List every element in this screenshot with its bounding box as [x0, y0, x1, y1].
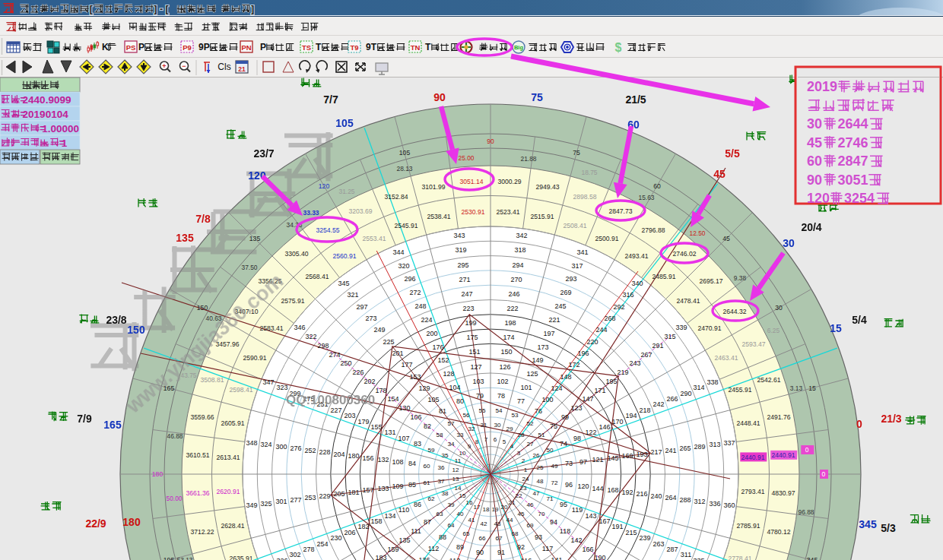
- svg-text:295: 295: [457, 261, 468, 269]
- svg-text:100: 100: [541, 396, 553, 403]
- svg-text:5: 5: [503, 438, 506, 445]
- svg-text:7/8: 7/8: [195, 213, 211, 225]
- svg-text:146: 146: [599, 423, 610, 431]
- svg-text:293: 293: [565, 275, 576, 283]
- svg-text:219: 219: [617, 369, 628, 376]
- svg-text:21/5: 21/5: [625, 93, 646, 106]
- svg-text:126: 126: [499, 363, 510, 371]
- svg-text:175: 175: [466, 334, 478, 341]
- svg-text:48: 48: [536, 478, 544, 485]
- svg-text:−: −: [182, 62, 186, 70]
- svg-text:P9: P9: [183, 43, 192, 52]
- svg-text:PS: PS: [126, 43, 136, 52]
- svg-text:157: 157: [362, 486, 373, 494]
- svg-text:153: 153: [409, 373, 421, 381]
- svg-text:4780.12: 4780.12: [767, 528, 790, 536]
- svg-text:7/9: 7/9: [77, 413, 92, 425]
- svg-text:23/8: 23/8: [106, 314, 126, 326]
- svg-text:135: 135: [176, 232, 194, 244]
- svg-text:141: 141: [551, 556, 562, 560]
- svg-text:144: 144: [592, 485, 603, 492]
- svg-text:150: 150: [197, 304, 208, 312]
- svg-text:271: 271: [459, 276, 470, 283]
- svg-text:2847.73: 2847.73: [608, 207, 632, 215]
- svg-text:254: 254: [316, 540, 328, 548]
- svg-text:198: 198: [504, 319, 516, 327]
- svg-text:180: 180: [122, 516, 141, 528]
- svg-text:158: 158: [370, 517, 382, 525]
- svg-text:240: 240: [650, 492, 662, 500]
- svg-text:19: 19: [491, 506, 499, 513]
- svg-text:195: 195: [605, 378, 617, 385]
- svg-text:360: 360: [723, 501, 735, 509]
- svg-text:3712.22: 3712.22: [190, 528, 214, 536]
- svg-text:201: 201: [392, 350, 403, 357]
- svg-text:110: 110: [398, 506, 409, 514]
- svg-text:150: 150: [127, 324, 145, 336]
- svg-text:97: 97: [579, 458, 587, 466]
- svg-text:176: 176: [432, 343, 443, 351]
- svg-text:20: 20: [500, 504, 508, 511]
- svg-text:113: 113: [449, 557, 460, 560]
- svg-text:224: 224: [421, 316, 432, 324]
- svg-text:320: 320: [398, 262, 409, 270]
- svg-text:154: 154: [387, 395, 398, 403]
- svg-text:287: 287: [666, 546, 678, 553]
- svg-text:273: 273: [365, 315, 376, 322]
- svg-text:35: 35: [441, 452, 449, 459]
- svg-text:37.50: 37.50: [242, 264, 258, 271]
- svg-text:22/9: 22/9: [85, 517, 106, 530]
- svg-text:5/4: 5/4: [852, 314, 867, 326]
- svg-text:248: 248: [414, 302, 426, 310]
- svg-text:2568.41: 2568.41: [305, 273, 329, 280]
- svg-text:31: 31: [480, 422, 487, 429]
- svg-text:3508.81: 3508.81: [200, 376, 224, 384]
- svg-text:4830.97: 4830.97: [771, 489, 795, 497]
- svg-text:143: 143: [585, 512, 596, 520]
- svg-text:96: 96: [565, 481, 573, 489]
- svg-text:7/7: 7/7: [323, 93, 338, 106]
- svg-text:45: 45: [517, 511, 525, 517]
- svg-text:345: 345: [338, 280, 349, 287]
- svg-text:311: 311: [681, 551, 691, 558]
- svg-text:263: 263: [652, 540, 664, 548]
- svg-text:2491.76: 2491.76: [767, 413, 790, 421]
- svg-text:74: 74: [560, 440, 567, 448]
- svg-text:28: 28: [517, 432, 525, 438]
- svg-text:243: 243: [629, 359, 640, 367]
- svg-text:300: 300: [275, 443, 287, 451]
- svg-text:61: 61: [423, 479, 430, 486]
- svg-text:16: 16: [465, 499, 473, 506]
- svg-text:301: 301: [275, 498, 287, 505]
- svg-text:253: 253: [304, 494, 316, 501]
- svg-text:265: 265: [679, 445, 691, 452]
- svg-text:86: 86: [414, 501, 421, 508]
- svg-text:2500.91: 2500.91: [595, 235, 618, 242]
- svg-text:217: 217: [650, 448, 662, 456]
- svg-text:199: 199: [465, 319, 476, 327]
- svg-text:2538.41: 2538.41: [427, 213, 450, 220]
- svg-text:71: 71: [546, 495, 554, 502]
- svg-text:2590.91: 2590.91: [243, 354, 266, 362]
- svg-text:129: 129: [418, 384, 430, 392]
- svg-text:341: 341: [576, 248, 588, 256]
- svg-text:2583.41: 2583.41: [259, 324, 283, 332]
- svg-text:85: 85: [408, 481, 416, 489]
- svg-text:22: 22: [515, 492, 522, 499]
- svg-text:46.88: 46.88: [167, 432, 183, 440]
- svg-text:18.75: 18.75: [582, 169, 598, 176]
- svg-text:267: 267: [640, 351, 652, 359]
- svg-text:131: 131: [384, 429, 395, 436]
- svg-text:9P: 9P: [198, 42, 210, 52]
- svg-text:323: 323: [276, 384, 287, 391]
- svg-text:44: 44: [506, 517, 513, 524]
- svg-text:244: 244: [595, 326, 607, 334]
- svg-text:3610.51: 3610.51: [186, 451, 209, 459]
- svg-text:202: 202: [364, 378, 375, 385]
- svg-text:344: 344: [392, 248, 404, 256]
- svg-text:222: 222: [506, 305, 518, 312]
- svg-text:91: 91: [497, 549, 505, 556]
- svg-text:47: 47: [532, 490, 540, 497]
- svg-text:264: 264: [665, 494, 676, 501]
- svg-text:193: 193: [636, 451, 647, 458]
